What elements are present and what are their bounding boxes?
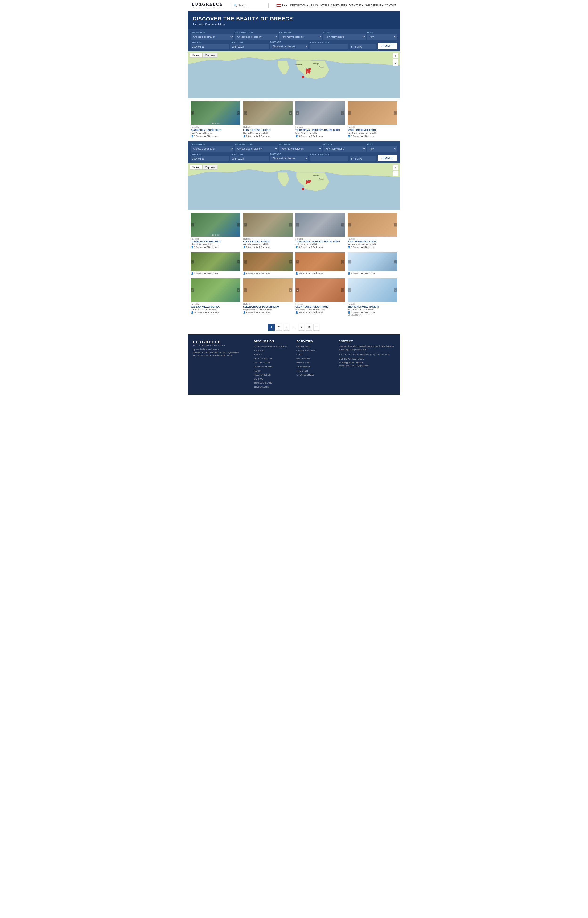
card-4-4-title[interactable]: TROPICAL HOTEL HANIOTI (348, 305, 397, 309)
footer-act-item[interactable]: SIGHTSEEING (296, 365, 334, 369)
card-2-1-prev[interactable]: ‹ (191, 223, 194, 227)
page-btn-1[interactable]: 1 (268, 324, 275, 331)
checkin-input[interactable] (191, 44, 229, 49)
footer-dest-item[interactable]: KAVALA (254, 353, 292, 357)
s2-bedrooms-select[interactable]: How many bedrooms (279, 146, 322, 152)
language-selector[interactable]: EN ▾ (276, 4, 288, 7)
card-2-3-next[interactable]: › (341, 223, 344, 227)
distance-select[interactable]: Distance from the sea (270, 44, 309, 49)
footer-dest-item[interactable]: PARGA (254, 369, 292, 373)
footer-dest-item[interactable]: THESSALONIKI (254, 385, 292, 389)
card-1-3-next[interactable]: › (341, 111, 344, 115)
card-3-4-next[interactable]: › (394, 260, 397, 263)
map-zoom-in-1[interactable]: + (393, 53, 398, 58)
s2-distance-select[interactable]: Distance from the sea (270, 156, 309, 161)
card-3-2-prev[interactable]: ‹ (244, 260, 247, 263)
page-next-btn[interactable]: › (313, 324, 320, 331)
footer-act-item[interactable]: EXCURTIONS (296, 357, 334, 361)
page-btn-3[interactable]: 3 (283, 324, 290, 331)
s2-checkout-input[interactable] (230, 156, 268, 161)
card-2-4-prev[interactable]: ‹ (348, 223, 351, 227)
footer-dest-item[interactable]: LOUTRA POZAR (254, 361, 292, 365)
card-1-1-next[interactable]: › (237, 111, 240, 115)
search-button-2[interactable]: SEARCH (378, 155, 397, 161)
footer-dest-item[interactable]: SERIFOS (254, 377, 292, 381)
card-3-1-prev[interactable]: ‹ (191, 260, 194, 263)
card-4-3-next[interactable]: › (341, 288, 344, 292)
card-4-2-title[interactable]: SELENA HOUSE POLYCHRONO (243, 305, 292, 309)
village-input[interactable] (310, 44, 348, 49)
card-4-1-prev[interactable]: ‹ (191, 288, 194, 292)
destination-select[interactable]: Choose a destination (191, 34, 233, 40)
bedrooms-select[interactable]: How many bedrooms (279, 34, 322, 40)
card-4-2-next[interactable]: › (289, 288, 292, 292)
map2-zoom-in[interactable]: + (393, 165, 398, 170)
footer-dest-item[interactable]: OLYMPUS RIVIERA (254, 365, 292, 369)
card-2-1-title[interactable]: GIANNOULA HOUSE NIKITI (191, 240, 240, 243)
footer-dest-item[interactable]: HALKIDIKI (254, 349, 292, 353)
page-btn-2[interactable]: 2 (276, 324, 282, 331)
card-2-1-next[interactable]: › (237, 223, 240, 227)
property-type-select[interactable]: Choose type of property (235, 34, 278, 40)
s2-destination-select[interactable]: Choose a destination (191, 146, 233, 152)
card-2-4-next[interactable]: › (394, 223, 397, 227)
footer-dest-item[interactable]: PELOPONISSOS (254, 373, 292, 377)
card-2-2-prev[interactable]: ‹ (244, 223, 247, 227)
card-1-1-title[interactable]: GIANNOULA HOUSE NIKITI (191, 129, 240, 132)
nav-villas[interactable]: VILLAS (310, 4, 318, 7)
map-expand-1[interactable]: ⤢ (393, 61, 398, 66)
s2-village-input[interactable] (310, 156, 348, 161)
checkout-input[interactable] (230, 44, 268, 49)
card-3-3-prev[interactable]: ‹ (296, 260, 299, 263)
nav-sightseeing[interactable]: SIGHTSEEING ▾ (365, 4, 383, 7)
guests-select[interactable]: How many guests (323, 34, 366, 40)
nav-contact[interactable]: CONTACT (385, 4, 396, 7)
card-4-1-title[interactable]: VASILISA VILLA FOURKA (191, 305, 240, 309)
card-4-1-next[interactable]: › (237, 288, 240, 292)
s2-property-select[interactable]: Choose type of property (235, 146, 278, 152)
map2-zoom-out[interactable]: − (393, 171, 398, 176)
card-4-4-prev[interactable]: ‹ (348, 288, 351, 292)
footer-dest-item[interactable]: ASPROVALTA VRASNA STAVROS (254, 345, 292, 349)
map-tab-satellite[interactable]: Спутник (202, 53, 217, 58)
card-3-2-next[interactable]: › (289, 260, 292, 263)
footer-act-item[interactable]: UNCATEGORIZED (296, 373, 334, 377)
map2-tab-satellite[interactable]: Спутник (202, 165, 217, 170)
nav-activities[interactable]: ACTIVITIES ▾ (349, 4, 363, 7)
card-3-4-prev[interactable]: ‹ (348, 260, 351, 263)
card-2-2-next[interactable]: › (289, 223, 292, 227)
nav-apartments[interactable]: APARTMENTS (331, 4, 347, 7)
card-1-4-prev[interactable]: ‹ (348, 111, 351, 115)
map2-tab-map[interactable]: Карта (190, 165, 202, 170)
card-1-2-next[interactable]: › (289, 111, 292, 115)
card-1-4-next[interactable]: › (394, 111, 397, 115)
nav-hotels[interactable]: HOTELS (320, 4, 329, 7)
card-1-3-prev[interactable]: ‹ (296, 111, 299, 115)
card-3-3-next[interactable]: › (341, 260, 344, 263)
s2-checkin-input[interactable] (191, 156, 229, 161)
card-3-1-next[interactable]: › (237, 260, 240, 263)
card-4-3-prev[interactable]: ‹ (296, 288, 299, 292)
card-4-3-title[interactable]: OLGA HOUSE POLYCHRONO (296, 305, 345, 309)
search-input[interactable] (238, 4, 267, 7)
card-2-3-prev[interactable]: ‹ (296, 223, 299, 227)
footer-act-item[interactable]: TRANSFER (296, 369, 334, 373)
card-2-4-title[interactable]: IOSIF HOUSE NEA FOKIA (348, 240, 397, 243)
card-2-3-title[interactable]: TRADITIONAL REMEZZO HOUSE NIKITI (296, 240, 345, 243)
map-tab-map[interactable]: Карта (190, 53, 202, 58)
nav-destination[interactable]: DESTINATION ▾ (290, 4, 308, 7)
card-1-2-prev[interactable]: ‹ (244, 111, 247, 115)
search-button-1[interactable]: SEARCH (378, 43, 397, 49)
page-btn-9[interactable]: 9 (298, 324, 305, 331)
footer-act-item[interactable]: RENTAL CAR (296, 361, 334, 365)
card-1-1-prev[interactable]: ‹ (191, 111, 194, 115)
s2-guests-select[interactable]: How many guests (323, 146, 366, 152)
footer-act-item[interactable]: CRUISE & YACHTS (296, 349, 334, 353)
card-1-4-title[interactable]: IOSIF HOUSE NEA FOKIA (348, 129, 397, 132)
card-1-2-title[interactable]: LUKAS HOUSE HANIOTI (243, 129, 292, 132)
pool-select[interactable]: Any (367, 34, 397, 40)
card-4-2-prev[interactable]: ‹ (244, 288, 247, 292)
card-4-4-next[interactable]: › (394, 288, 397, 292)
footer-dest-item[interactable]: LEFKADA ISLAND (254, 357, 292, 361)
page-btn-10[interactable]: 10 (306, 324, 312, 331)
